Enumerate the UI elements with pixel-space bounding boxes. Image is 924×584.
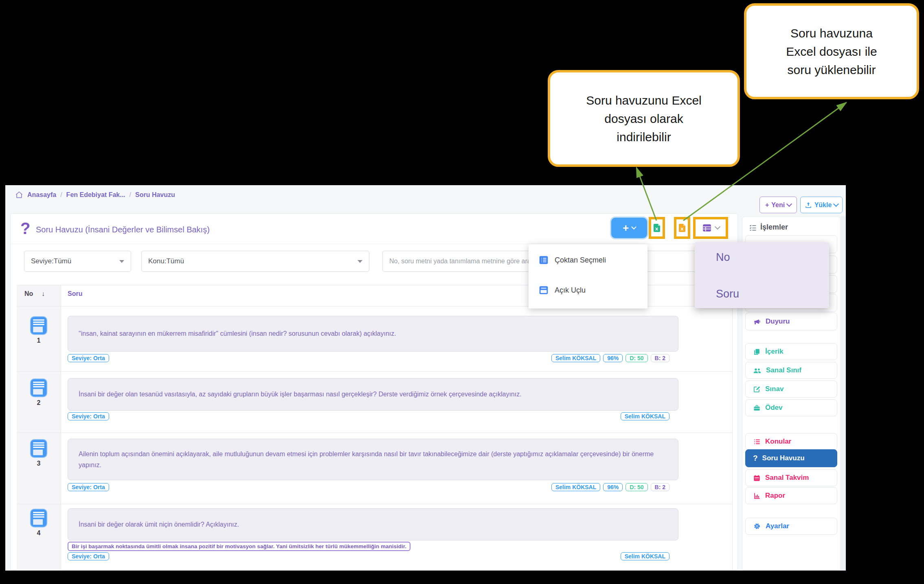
callout-upload-line3: soru yüklenebilir [788, 61, 876, 79]
content-icon [753, 348, 761, 356]
sidebar-item-duyuru[interactable]: Duyuru [745, 313, 837, 330]
plus-icon [765, 201, 769, 209]
topic-filter-select[interactable]: Konu:Tümü [141, 251, 369, 272]
app-window: Anasayfa / Fen Edebiyat Fak... / Soru Ha… [5, 185, 846, 571]
row-badges: Selim KÖKSAL [621, 412, 669, 420]
row-number: 4 [17, 529, 61, 537]
screenshot-canvas: Soru havuzuna Excel dosyası ile soru yük… [0, 0, 924, 584]
open-ended-icon [538, 285, 549, 295]
sort-desc-icon[interactable] [42, 290, 45, 297]
chevron-down-icon [786, 201, 792, 207]
megaphone-icon [753, 317, 761, 326]
callout-download: Soru havuzunu Excel dosyası olarak indir… [548, 70, 740, 167]
callout-upload: Soru havuzuna Excel dosyası ile soru yük… [744, 3, 919, 99]
column-menu: No Soru [695, 242, 829, 308]
question-text-panel[interactable]: "insan, kainat sarayının en mükerrem mis… [68, 316, 678, 352]
menu-item-open-ended[interactable]: Açık Uçlu [538, 285, 586, 295]
menu-item-label: Çoktan Seçmeli [555, 256, 606, 265]
sidebar-item-ayarlar[interactable]: Ayarlar [745, 518, 837, 535]
difficulty-badge: D: 50 [626, 354, 647, 362]
report-chart-icon [753, 492, 761, 500]
percent-badge: 96% [603, 354, 623, 362]
menu-item-multiple-choice[interactable]: Çoktan Seçmeli [538, 255, 606, 265]
caret-down-icon [119, 260, 124, 263]
column-menu-item-soru[interactable]: Soru [716, 288, 739, 300]
column-menu-item-no[interactable]: No [716, 251, 730, 264]
topics-list-icon [753, 438, 761, 446]
sidebar-item-konular[interactable]: Konular [745, 433, 837, 450]
owner-badge: Selim KÖKSAL [551, 483, 600, 491]
sidebar-header: İşlemler [749, 223, 788, 232]
difficulty-badge: D: 50 [626, 483, 647, 491]
level-badge: Seviye: Orta [68, 552, 109, 560]
new-button-label: Yeni [771, 201, 785, 209]
multiple-choice-icon [538, 255, 549, 265]
row-number: 2 [17, 399, 61, 407]
menu-item-label: Açık Uçlu [555, 286, 586, 295]
question-type-icon [30, 508, 48, 528]
excel-download-icon[interactable] [652, 223, 662, 233]
answer-note-badge: Bir işi başarmak noktasında ümitli olmak… [68, 542, 410, 551]
column-header-no[interactable]: No [24, 290, 33, 297]
question-text-panel[interactable]: Ailenin toplum açısından önemini açıklay… [68, 439, 678, 480]
column-header-question[interactable]: Soru [68, 290, 82, 297]
sidebar-item-label: Duyuru [766, 317, 790, 326]
column-settings-highlight [693, 217, 728, 239]
row-divider [17, 504, 732, 504]
plus-icon [623, 222, 629, 234]
sidebar-item-soru-havuzu[interactable]: Soru Havuzu [745, 449, 837, 467]
sidebar-item-label: Sanal Takvim [765, 474, 809, 482]
table-columns-icon[interactable] [702, 223, 712, 233]
calendar-icon [753, 474, 761, 482]
sidebar-item-rapor[interactable]: Rapor [745, 487, 837, 504]
sidebar-item-sanal-takvim[interactable]: Sanal Takvim [745, 469, 837, 486]
home-icon[interactable] [15, 191, 23, 199]
row-badges: Selim KÖKSAL 96% D: 50 B: 2 [551, 483, 669, 491]
b-count-badge: B: 2 [651, 483, 669, 491]
question-text-panel[interactable]: İnsani bir değer olan tesanüd vasıtasıyl… [68, 378, 678, 411]
question-text-panel[interactable]: İnsani bir değer olarak ümit niçin öneml… [68, 508, 678, 540]
sidebar-header-label: İşlemler [760, 223, 788, 232]
breadcrumb-separator: / [129, 191, 131, 199]
scrollbar-track[interactable] [841, 216, 846, 571]
add-question-button[interactable] [611, 218, 647, 238]
callout-download-line3: indirilebilir [617, 128, 671, 146]
table-border [732, 285, 733, 571]
level-filter-select[interactable]: Seviye:Tümü [24, 251, 131, 272]
owner-badge: Selim KÖKSAL [621, 412, 669, 420]
owner-badge: Selim KÖKSAL [621, 552, 669, 560]
chevron-down-icon[interactable] [715, 224, 720, 230]
breadcrumb-course[interactable]: Fen Edebiyat Fak... [66, 191, 125, 199]
sidebar-item-sanal-sinif[interactable]: Sanal Sınıf [745, 362, 837, 379]
row-number: 3 [17, 460, 61, 467]
new-button[interactable]: Yeni [759, 197, 797, 213]
chevron-down-icon [833, 201, 839, 207]
sidebar-item-sinav[interactable]: Sınav [745, 381, 837, 398]
row-divider [17, 433, 732, 433]
upload-icon [805, 201, 812, 209]
callout-download-line1: Soru havuzunu Excel [586, 91, 702, 109]
users-icon [753, 366, 762, 375]
gear-icon [753, 522, 761, 530]
upload-button[interactable]: Yükle [800, 197, 843, 213]
level-badge: Seviye: Orta [68, 412, 109, 420]
chevron-down-icon [631, 224, 636, 230]
sidebar-item-odev[interactable]: Ödev [745, 399, 837, 416]
breadcrumb-home[interactable]: Anasayfa [27, 191, 56, 199]
upload-button-label: Yükle [814, 201, 832, 209]
b-count-badge: B: 2 [651, 354, 669, 362]
add-question-menu: Çoktan Seçmeli Açık Uçlu [529, 244, 647, 308]
row-badges: Selim KÖKSAL [621, 552, 669, 560]
sidebar-item-label: Ödev [765, 404, 783, 412]
sidebar-item-icerik[interactable]: İçerik [745, 343, 837, 360]
sidebar-item-label: Soru Havuzu [762, 454, 805, 462]
row-divider [17, 371, 732, 372]
sidebar-item-label: Konular [765, 437, 791, 446]
briefcase-icon [753, 404, 761, 412]
breadcrumb-current: Soru Havuzu [135, 191, 175, 199]
question-type-icon [30, 316, 48, 335]
import-excel-highlight [674, 217, 690, 239]
question-type-icon [30, 378, 48, 398]
sidebar-item-label: Sanal Sınıf [766, 366, 801, 374]
excel-upload-icon[interactable] [677, 223, 687, 233]
